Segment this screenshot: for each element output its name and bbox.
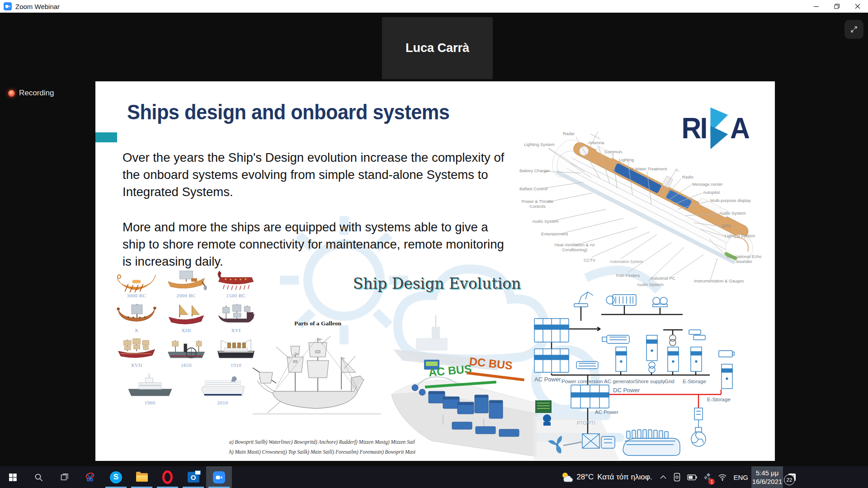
- zoom-taskbar-button[interactable]: [206, 466, 232, 488]
- your-phone-tray-icon[interactable]: [670, 466, 684, 488]
- chevron-up-icon: [660, 475, 667, 479]
- galleon-legend-row: h) Main Mast i) Crowsnest j) Top Sail k)…: [229, 449, 408, 455]
- era-cell: 1500 BC: [213, 267, 259, 298]
- era-label: XVII: [131, 362, 142, 368]
- callout-label: Commun.: [604, 150, 623, 155]
- outlook-button[interactable]: O: [180, 466, 206, 488]
- viking-ship-icon: [116, 302, 157, 327]
- frigate-icon: [116, 337, 157, 362]
- cruise-ship-icon: [193, 371, 252, 399]
- legend-item: h) Main Mast: [229, 449, 258, 455]
- modern-ship-icon: [121, 371, 179, 399]
- callout-label: Multi-purpose display: [710, 198, 751, 203]
- power-label: E-Storage: [683, 379, 706, 384]
- pto-label: PTO/PTI: [577, 420, 595, 426]
- search-button[interactable]: [26, 466, 52, 488]
- weather-temp: 28°C: [576, 473, 594, 482]
- windows-logo-icon: [9, 474, 17, 481]
- update-badge: 1: [708, 479, 715, 485]
- callout-label: Lighting: [619, 158, 634, 163]
- legend-item: l) Foresail: [331, 449, 353, 455]
- wifi-tray-icon[interactable]: [715, 466, 730, 488]
- tray-chevron-button[interactable]: [656, 466, 670, 488]
- legend-item: c) Bowsprit: [289, 439, 313, 445]
- callout-label: CCTV: [584, 258, 595, 263]
- era-cell: 2010: [189, 371, 257, 405]
- era-cell: 1960: [116, 371, 184, 405]
- egyptian-sailboat-icon: [165, 267, 207, 292]
- snipping-tool-icon: [85, 472, 95, 482]
- callout-label: Navigational Echo Sounder: [726, 254, 762, 264]
- era-label: 1500 BC: [226, 293, 246, 298]
- device-icon: [673, 473, 681, 482]
- system-tray: 28°C Κατά τόπ ηλιοφ. 1 ENG: [556, 466, 868, 488]
- medieval-lateen-ship-icon: [165, 302, 207, 327]
- callout-label: Radio: [682, 175, 693, 180]
- legend-item: e) Rudder: [334, 439, 354, 445]
- snipping-tool-button[interactable]: [77, 466, 103, 488]
- e-storage-label: E-Storage: [707, 397, 731, 402]
- fullscreen-expand-button[interactable]: [844, 20, 863, 39]
- speaker-name-tile: Luca Carrà: [382, 17, 493, 79]
- language-indicator[interactable]: ENG: [730, 466, 751, 488]
- era-cell: XVI: [213, 302, 259, 333]
- battery-tray-icon[interactable]: [684, 466, 700, 488]
- dc-power-label: DC Power: [613, 387, 640, 394]
- clock-time: 5:45 μμ: [756, 469, 779, 477]
- callout-label: Heat Ventilation & Air Conditioning): [550, 243, 599, 253]
- update-tray-icon[interactable]: 1: [700, 466, 715, 488]
- task-view-button[interactable]: [52, 466, 77, 488]
- minimize-button[interactable]: [806, 0, 826, 13]
- taskbar-clock[interactable]: 5:45 μμ 16/6/2021: [751, 466, 783, 488]
- legend-item: j) Top Sail: [284, 449, 306, 455]
- zoom-icon: [213, 471, 225, 483]
- body-paragraph-1: Over the years the Ship's Design evoluti…: [123, 149, 505, 201]
- task-view-icon: [61, 473, 69, 481]
- notification-count-badge: 22: [784, 474, 795, 485]
- opera-button[interactable]: [155, 466, 180, 488]
- callout-label: Power & Throttle Controls: [519, 199, 557, 209]
- screen: Zoom Webinar Luca Carrà Recording: [0, 0, 868, 488]
- power-diagram-drawing: [533, 280, 760, 460]
- language-code: ENG: [733, 474, 748, 481]
- opera-icon: [162, 470, 173, 484]
- rina-logo-n-icon: [707, 107, 730, 150]
- cruise-systems-diagram: Radar Antenna Commun. Lighting UV Water …: [516, 124, 774, 305]
- ship-design-evolution-heading: Ship Design Evolution: [321, 275, 553, 292]
- power-label: Power conversion: [561, 379, 603, 384]
- legend-item: d) Anchor: [313, 439, 334, 445]
- era-cell: 1850: [163, 337, 209, 368]
- era-cell: 3000 BC: [113, 267, 160, 298]
- skype-icon: S: [110, 471, 122, 483]
- callout-label: A..: [675, 168, 680, 173]
- callout-label: Ballast Control: [519, 187, 547, 192]
- era-label: 1960: [145, 400, 156, 405]
- expand-icon: [849, 25, 859, 34]
- file-explorer-button[interactable]: [129, 466, 155, 488]
- windows-taskbar: S O 28°C Κατά τόπ ηλιοφ.: [0, 466, 868, 488]
- rina-logo-letters-left: RI: [681, 114, 706, 143]
- start-button[interactable]: [0, 466, 26, 488]
- era-label: X: [135, 328, 138, 333]
- power-label: Shore supply: [635, 379, 665, 384]
- power-label: AC generator: [604, 379, 635, 384]
- ancient-reed-boat-icon: [116, 267, 157, 292]
- skype-button[interactable]: S: [103, 466, 129, 488]
- callout-label: Battery Charger: [519, 169, 550, 174]
- galleon-drawing: [249, 329, 385, 433]
- slide-title: Ships design and onboard systems: [127, 99, 449, 124]
- era-label: 1910: [231, 362, 241, 368]
- shared-slide: Ships design and onboard systems Over th…: [95, 81, 775, 461]
- teal-accent-bar: [95, 132, 117, 142]
- era-label: XVI: [231, 328, 241, 333]
- close-button[interactable]: [847, 0, 868, 13]
- era-cell: 1910: [213, 337, 259, 368]
- window-controls: [806, 0, 868, 13]
- action-center-button[interactable]: 22: [783, 466, 801, 488]
- restore-button[interactable]: [826, 0, 847, 13]
- callout-label: Audio System: [719, 211, 746, 216]
- power-label: AC Power: [534, 376, 561, 383]
- callout-label: Entertainment: [541, 232, 568, 237]
- weather-widget[interactable]: 28°C Κατά τόπ ηλιοφ.: [556, 471, 656, 483]
- partly-sunny-icon: [560, 471, 573, 483]
